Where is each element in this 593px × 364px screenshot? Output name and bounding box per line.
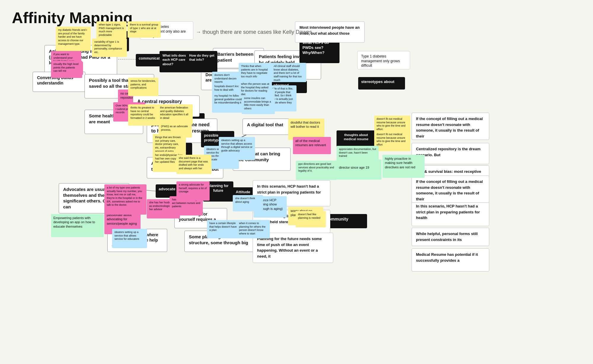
note-diabetic-friends: my diabetic friends and I are proud of t…	[56, 27, 91, 51]
while-helpful-box: While helpful, personal forms still pres…	[412, 228, 489, 246]
note-no-planning: doesn't feel like planning is needed	[296, 211, 326, 227]
note-visually-high-level: visually the high level points the patie…	[51, 61, 82, 78]
affinity-map-canvas: Affinity Mapping T1D group / traits Agin…	[0, 0, 593, 364]
t1d-mgmt-difficult: Type 1 diabetes management only grows di…	[357, 51, 410, 69]
digital-tool-label: A digital tool that	[243, 119, 295, 135]
note-person-hospital: when the person was at the hospital they…	[239, 81, 272, 97]
how-get-info-label: How do they get that info?	[186, 51, 217, 72]
note-when-type1: when type 1 signs, PWD management is muc…	[96, 21, 127, 39]
note-doesnt-fit2: doesn't fit out medical resume because u…	[374, 131, 410, 151]
note-doesnt-think-aging: she doesn't think about aging	[233, 195, 263, 211]
note-planning-others: when it comes to planning for others the…	[237, 220, 270, 238]
note-thinks-greatest: thinks its greatest to have no central r…	[128, 104, 160, 126]
arrow-right: → though there are some cases like Kelly…	[196, 29, 312, 35]
note-patients-hospital: Thinks that when patients are in hospita…	[239, 63, 274, 82]
note-strong-advocate: a strong advocate for herself, requires …	[176, 181, 210, 201]
note-ppo-directions: ppo directions are good last services ab…	[296, 161, 337, 180]
highly-proactive-tag: highly proactive in making sure health d…	[382, 155, 425, 178]
empowering-patients-tag: Empowering patients with developing an a…	[51, 214, 104, 237]
note-ideators-digital: ideators setting up a service that allow…	[219, 137, 255, 160]
note-variability: variability of type 1 is determined by p…	[92, 39, 127, 57]
note-appreciates-docs: appreciates documentation, but doesn't u…	[337, 146, 379, 165]
concept-filling1-box: If the concept of filling out a medical …	[412, 113, 489, 140]
note-american-federation: the american federation and quality diab…	[158, 104, 193, 124]
note-type-one-patients: a lot of my type one patients actually h…	[104, 184, 146, 215]
note-ideators-educators: ideators setting up a service that allow…	[112, 229, 147, 248]
note-clinical-staff: All clinical staff should know about dia…	[271, 63, 306, 82]
note-survival-group: there is a survival group of type 1 who …	[127, 21, 161, 38]
hcp-plan2-box: In this scenario, HCP hasn't had a stric…	[412, 200, 489, 226]
note-document-page: she said there is a document page that w…	[176, 155, 211, 174]
stereotypes-about-label: stereotypes about	[358, 77, 405, 90]
concept-filling2-box: If the concept of filling out a medical …	[412, 175, 489, 203]
medical-resume-potential-box: Medical Resume has potential if it succe…	[412, 248, 489, 272]
all-resumes-relevant-tag: all of the medical resumes are relevant	[293, 137, 331, 154]
note-stress: stress for tendencies, patterns, and com…	[128, 78, 158, 96]
note-insulins: some insulins can accommodate brings a l…	[242, 95, 275, 114]
note-lifestyle: have a certain lifestyle that helps does…	[207, 220, 240, 238]
